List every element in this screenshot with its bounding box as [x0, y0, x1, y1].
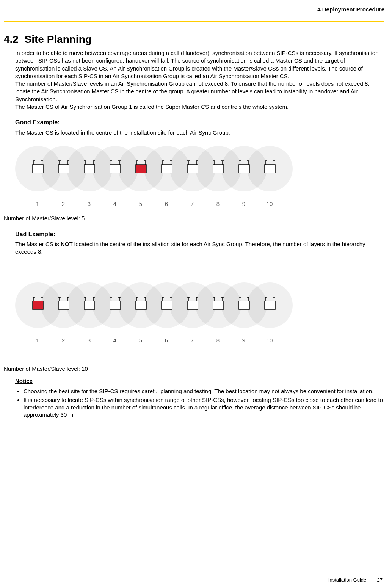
good-diagram: [15, 142, 311, 195]
page-footer: Installation Guide 27: [328, 577, 383, 582]
svg-rect-100: [187, 301, 198, 309]
notice-item: Choosing the best site for the SIP-CS re…: [24, 387, 384, 395]
diagram-label: 8: [205, 200, 231, 208]
bad-desc-pre: The Master CS is: [15, 241, 61, 247]
good-level-text: Number of Master/Slave level: 5: [4, 215, 384, 222]
svg-rect-80: [84, 301, 95, 309]
section-heading: 4.2 Site Planning: [4, 33, 384, 45]
good-example-heading: Good Example:: [15, 118, 384, 127]
svg-rect-15: [58, 165, 69, 173]
svg-rect-105: [213, 301, 224, 309]
diagram-label: 6: [154, 200, 179, 208]
svg-rect-55: [265, 165, 275, 173]
bad-example-desc: The Master CS is NOT located in the cent…: [15, 240, 384, 256]
diagram-label: 5: [128, 200, 154, 208]
diagram-label: 7: [179, 337, 205, 344]
svg-rect-70: [33, 301, 43, 309]
section-title: Site Planning: [25, 33, 92, 45]
diagram-label: 3: [76, 200, 102, 208]
diagram-label: 1: [25, 337, 50, 344]
footer-page: 27: [377, 577, 383, 582]
svg-rect-45: [213, 165, 224, 173]
chapter-header: 4 Deployment Procedure: [4, 6, 384, 13]
svg-rect-35: [162, 165, 172, 173]
diagram-label: 2: [50, 337, 76, 344]
intro-paragraph: In order to be able to move between cove…: [15, 49, 384, 111]
diagram-label: 9: [231, 337, 257, 344]
diagram-label: 10: [257, 200, 282, 208]
diagram-label: 9: [231, 200, 257, 208]
bad-example-heading: Bad Example:: [15, 230, 384, 238]
svg-rect-20: [84, 165, 95, 173]
diagram-label: 10: [257, 337, 282, 344]
svg-rect-90: [136, 301, 146, 309]
notice-item: It is necessary to locate SIP-CSs within…: [24, 396, 384, 419]
svg-rect-10: [33, 165, 43, 173]
svg-rect-30: [136, 165, 146, 173]
good-example-desc: The Master CS is located in the centre o…: [15, 129, 384, 136]
diagram-label: 5: [128, 337, 154, 344]
svg-rect-95: [162, 301, 172, 309]
notice-heading: Notice: [15, 377, 384, 385]
diagram-label: 7: [179, 200, 205, 208]
bad-diagram: [15, 279, 311, 332]
svg-rect-115: [265, 301, 275, 309]
diagram-label: 4: [102, 200, 128, 208]
diagram-label: 8: [205, 337, 231, 344]
diagram-label: 2: [50, 200, 76, 208]
svg-rect-110: [239, 301, 249, 309]
diagram-label: 1: [25, 200, 50, 208]
svg-rect-25: [110, 165, 121, 173]
diagram-label: 4: [102, 337, 128, 344]
section-number: 4.2: [4, 33, 19, 45]
bad-level-text: Number of Master/Slave level: 10: [4, 365, 384, 373]
footer-guide: Installation Guide: [328, 577, 366, 582]
svg-rect-40: [187, 165, 198, 173]
svg-rect-85: [110, 301, 121, 309]
svg-rect-50: [239, 165, 249, 173]
svg-rect-75: [58, 301, 69, 309]
bad-desc-bold: NOT: [61, 241, 73, 247]
diagram-label: 3: [76, 337, 102, 344]
diagram-label: 6: [154, 337, 179, 344]
